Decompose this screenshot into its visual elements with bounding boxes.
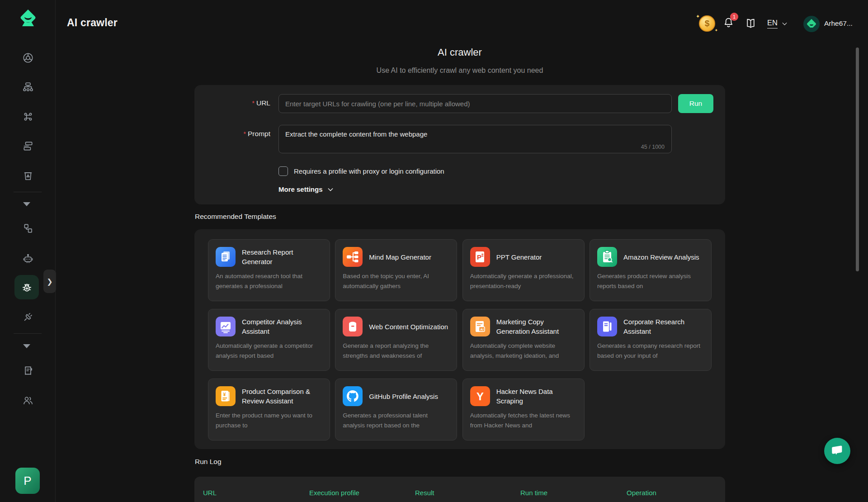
- url-input[interactable]: [278, 94, 672, 113]
- template-card[interactable]: Amazon Review Analysis Generates product…: [590, 239, 712, 301]
- template-title: Research Report Generator: [242, 247, 322, 266]
- template-title: Hacker News Data Scraping: [496, 387, 577, 406]
- web-content-icon: [343, 317, 363, 336]
- template-title: Mind Map Generator: [369, 252, 431, 262]
- template-description: Generates a professional talent analysis…: [343, 411, 449, 430]
- template-description: Generates a company research report base…: [597, 341, 704, 360]
- template-card[interactable]: Corporate Research Assistant Generates a…: [590, 309, 712, 371]
- template-card[interactable]: Y Hacker News Data Scraping Automaticall…: [462, 379, 585, 440]
- template-title: Competitor Analysis Assistant: [242, 317, 322, 336]
- template-description: Automatically generate a professional, p…: [470, 271, 577, 291]
- template-title: Marketing Copy Generation Assistant: [496, 317, 577, 336]
- main-title: AI crawler: [194, 47, 725, 58]
- username-label[interactable]: Arhe67...: [824, 19, 853, 28]
- browser-icon[interactable]: [22, 52, 34, 64]
- users-icon[interactable]: [22, 394, 34, 406]
- run-button[interactable]: Run: [678, 94, 713, 113]
- template-card[interactable]: Research Report Generator An automated r…: [208, 239, 330, 301]
- bag-icon[interactable]: [22, 169, 34, 181]
- plug-icon[interactable]: [22, 311, 34, 323]
- column-header-execution-profile: Execution profile: [309, 483, 415, 497]
- notification-badge: 1: [730, 13, 738, 21]
- profile-checkbox-label: Requires a profile with proxy or login c…: [294, 167, 444, 175]
- run-log-table-header: URL Execution profile Result Run time Op…: [194, 477, 725, 502]
- sidebar-divider: [14, 192, 42, 192]
- column-header-operation: Operation: [627, 483, 725, 497]
- run-log-heading: Run Log: [195, 458, 222, 466]
- template-title: Product Comparison & Review Assistant: [242, 387, 322, 406]
- language-selector[interactable]: EN: [767, 19, 788, 28]
- column-header-run-time: Run time: [520, 483, 627, 497]
- components-icon[interactable]: [22, 222, 34, 234]
- profile-initial: P: [24, 474, 31, 488]
- research-report-icon: [216, 247, 236, 267]
- templates-panel: Research Report Generator An automated r…: [194, 229, 725, 449]
- template-card[interactable]: ¥ Product Comparison & Review Assistant …: [208, 379, 330, 440]
- template-title: PPT Generator: [496, 252, 542, 262]
- product-comparison-icon: ¥: [216, 386, 236, 406]
- template-card[interactable]: P PPT Generator Automatically generate a…: [462, 239, 585, 301]
- template-card[interactable]: Web Content Optimization Generate a repo…: [335, 309, 457, 371]
- task-stack-icon[interactable]: [22, 140, 34, 152]
- sidebar-divider: [14, 333, 42, 334]
- chat-button[interactable]: [824, 438, 850, 464]
- required-marker: *: [244, 130, 246, 137]
- amazon-review-icon: [597, 247, 617, 267]
- template-description: Generate a report analyzing the strength…: [343, 341, 449, 360]
- app-logo-icon[interactable]: [19, 9, 38, 28]
- robot-icon[interactable]: [22, 252, 34, 265]
- template-description: Generates product review analysis report…: [597, 271, 704, 291]
- profile-checkbox-row[interactable]: Requires a profile with proxy or login c…: [278, 166, 444, 176]
- column-header-result: Result: [415, 483, 520, 497]
- command-icon[interactable]: [22, 110, 34, 123]
- required-marker: *: [252, 99, 255, 107]
- marketing-copy-icon: AI: [470, 317, 490, 336]
- template-description: Automatically complete website analysis,…: [470, 341, 577, 360]
- sidebar: ❯ P: [0, 0, 56, 502]
- template-title: Amazon Review Analysis: [623, 252, 699, 262]
- sidebar-expand-chevron-right-icon[interactable]: ❯: [43, 270, 56, 293]
- user-avatar[interactable]: [803, 16, 820, 32]
- sitemap-icon[interactable]: [22, 81, 34, 93]
- profile-avatar[interactable]: P: [15, 468, 40, 494]
- template-card[interactable]: GitHub Profile Analysis Generates a prof…: [335, 379, 457, 440]
- chevron-down-icon[interactable]: [23, 344, 30, 348]
- main-content: AI crawler Use AI to efficiently crawl a…: [194, 0, 725, 502]
- column-header-url: URL: [203, 483, 309, 497]
- template-description: Automatically generate a competitor anal…: [216, 341, 322, 360]
- chat-bubble-icon: [830, 445, 844, 457]
- svg-text:¥: ¥: [223, 392, 226, 397]
- scrollbar-thumb[interactable]: [856, 47, 859, 271]
- more-settings-toggle[interactable]: More settings: [278, 185, 334, 193]
- hacker-news-icon: Y: [470, 386, 490, 406]
- prompt-textarea[interactable]: Extract the complete content from the we…: [278, 125, 672, 153]
- competitor-chart-icon: [216, 317, 236, 336]
- template-description: Based on the topic you enter, AI automat…: [343, 271, 449, 291]
- template-description: An automated research tool that generate…: [216, 271, 322, 291]
- template-card[interactable]: AI Marketing Copy Generation Assistant A…: [462, 309, 585, 371]
- profile-checkbox[interactable]: [278, 166, 288, 176]
- bug-icon: [21, 281, 33, 294]
- template-card[interactable]: Competitor Analysis Assistant Automatica…: [208, 309, 330, 371]
- prompt-field-label: *Prompt: [194, 130, 270, 138]
- chevron-down-icon[interactable]: [23, 202, 30, 206]
- corporate-research-icon: [597, 317, 617, 336]
- page-title: AI crawler: [67, 17, 118, 29]
- template-title: Web Content Optimization: [369, 322, 448, 332]
- svg-text:Y: Y: [476, 390, 484, 403]
- url-field-label: *URL: [194, 99, 270, 107]
- receipt-icon[interactable]: [22, 365, 34, 377]
- prompt-field: Extract the complete content from the we…: [278, 125, 672, 153]
- language-label: EN: [767, 19, 778, 28]
- chevron-down-icon: [781, 20, 788, 27]
- docs-book-icon[interactable]: [744, 17, 758, 30]
- template-title: GitHub Profile Analysis: [369, 392, 438, 401]
- sidebar-item-ai-crawler-active[interactable]: [14, 275, 39, 299]
- chevron-down-icon: [327, 186, 334, 193]
- template-card[interactable]: Mind Map Generator Based on the topic yo…: [335, 239, 457, 301]
- char-counter: 45 / 1000: [641, 144, 665, 150]
- main-subtitle: Use AI to efficiently crawl any web cont…: [194, 66, 725, 75]
- template-description: Enter the product name you want to purch…: [216, 411, 322, 430]
- template-description: Automatically fetches the latest news fr…: [470, 411, 577, 430]
- more-settings-label: More settings: [278, 185, 323, 193]
